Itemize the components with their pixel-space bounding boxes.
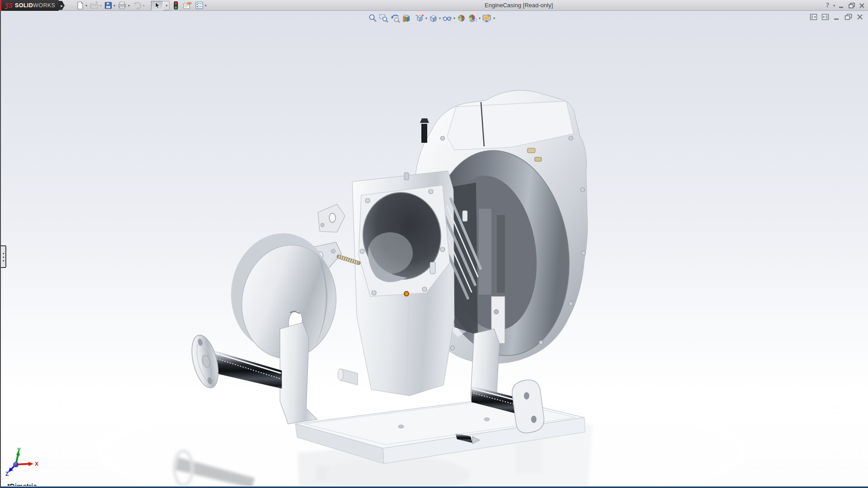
solidworks-logo-icon: ƷS xyxy=(5,2,13,9)
close-document-icon xyxy=(856,14,863,20)
expand-left-arrow-icon: ◂ xyxy=(2,252,4,255)
undo-icon xyxy=(132,1,142,10)
undo-button[interactable]: ▾ xyxy=(132,1,145,10)
graphics-viewport[interactable]: ▾ ▾ ▾ xyxy=(0,11,868,488)
restore-app-button[interactable] xyxy=(848,2,855,9)
minimize-app-button[interactable] xyxy=(838,2,845,9)
apply-scene-icon xyxy=(467,14,478,23)
x-axis-arrow xyxy=(28,462,33,466)
options-button[interactable]: ▾ xyxy=(195,1,207,10)
print-icon xyxy=(118,1,127,10)
hide-show-items-dropdown[interactable]: ▾ xyxy=(453,16,455,20)
menu-flyout-arrow-icon[interactable]: ▶ xyxy=(59,1,65,10)
app-window-controls: ? ▾ xyxy=(826,0,865,11)
zoom-to-fit-button[interactable] xyxy=(368,14,377,23)
save-dropdown[interactable]: ▾ xyxy=(113,4,115,8)
show-left-pane-button[interactable] xyxy=(810,14,817,22)
main-toolbar: ▾ ▾ ▾ xyxy=(76,0,209,11)
show-right-pane-button[interactable] xyxy=(821,14,829,22)
select-tool-dropdown[interactable]: ▾ xyxy=(163,1,170,10)
hide-show-items-icon xyxy=(442,14,453,23)
zoom-to-fit-icon xyxy=(368,14,377,23)
open-document-button[interactable]: ▾ xyxy=(90,1,102,10)
apply-scene-button[interactable]: ▾ xyxy=(467,14,481,23)
reference-triad: Y X Z xyxy=(4,447,42,486)
display-style-dropdown[interactable]: ▾ xyxy=(439,16,441,20)
x-axis-label: X xyxy=(35,461,38,467)
previous-view-button[interactable] xyxy=(390,14,401,23)
options-dropdown[interactable]: ▾ xyxy=(205,4,207,8)
titlebar: ƷS SOLIDWORKS ▶ ▾ ▾ xyxy=(0,0,868,11)
view-orientation-button[interactable]: ▾ xyxy=(415,14,427,23)
restore-document-button[interactable] xyxy=(844,14,852,22)
select-cursor-icon xyxy=(154,2,160,9)
new-document-dropdown[interactable]: ▾ xyxy=(85,4,87,8)
save-button[interactable]: ▾ xyxy=(104,1,115,10)
show-right-pane-icon xyxy=(821,14,829,20)
new-document-button[interactable]: ▾ xyxy=(76,1,87,10)
edit-entity-pad-icon xyxy=(183,1,192,10)
select-tool[interactable]: ▾ xyxy=(151,1,170,10)
view-settings-dropdown[interactable]: ▾ xyxy=(493,16,495,20)
display-style-icon xyxy=(429,14,438,23)
z-axis-label: Z xyxy=(5,471,9,477)
view-orientation-icon xyxy=(415,14,425,23)
zoom-to-area-button[interactable] xyxy=(379,14,389,23)
restore-document-icon xyxy=(844,14,852,20)
display-style-button[interactable]: ▾ xyxy=(429,14,441,23)
close-app-button[interactable] xyxy=(859,2,865,9)
section-view-button[interactable] xyxy=(402,14,411,23)
new-document-icon xyxy=(76,1,85,10)
feature-manager-collapsed-tab[interactable]: ◂ ◂ ◂ xyxy=(1,245,6,268)
apply-scene-dropdown[interactable]: ▾ xyxy=(479,16,481,20)
view-settings-icon xyxy=(482,14,492,23)
restore-icon xyxy=(848,2,855,9)
y-axis-label: Y xyxy=(17,447,21,453)
print-button[interactable]: ▾ xyxy=(118,1,130,10)
assembly-origin-marker[interactable] xyxy=(404,291,409,296)
minimize-icon xyxy=(838,2,845,9)
view-settings-button[interactable]: ▾ xyxy=(482,14,495,23)
minimize-document-icon xyxy=(833,14,840,20)
rebuild-traffic-light-icon xyxy=(173,1,179,10)
section-view-icon xyxy=(402,14,411,23)
hide-show-items-button[interactable]: ▾ xyxy=(442,14,455,23)
zoom-to-area-icon xyxy=(379,14,389,23)
headsup-view-toolbar: ▾ ▾ ▾ xyxy=(368,13,496,23)
save-icon xyxy=(104,1,113,10)
close-icon xyxy=(859,2,865,9)
status-bar-edge xyxy=(1,486,868,488)
help-dropdown[interactable]: ▾ xyxy=(833,4,835,8)
minimize-document-button[interactable] xyxy=(833,14,840,22)
print-dropdown[interactable]: ▾ xyxy=(128,4,130,8)
options-checklist-icon xyxy=(195,1,204,10)
solidworks-logo: ƷS SOLIDWORKS xyxy=(0,0,59,11)
help-button[interactable]: ? xyxy=(826,2,829,9)
previous-view-icon xyxy=(390,14,401,23)
engine-casing-model[interactable] xyxy=(1,11,868,488)
open-document-dropdown[interactable]: ▾ xyxy=(100,4,102,8)
close-document-button[interactable] xyxy=(856,14,863,22)
open-document-icon xyxy=(90,1,99,10)
document-window-controls xyxy=(810,14,863,22)
triad-origin-ball xyxy=(13,462,19,467)
edit-entity-button[interactable] xyxy=(183,1,192,10)
show-left-pane-icon xyxy=(810,14,817,20)
select-cursor-button[interactable] xyxy=(151,1,163,10)
expand-left-arrow-icon: ◂ xyxy=(2,259,4,262)
edit-appearance-icon xyxy=(457,14,466,23)
undo-dropdown[interactable]: ▾ xyxy=(143,4,145,8)
document-title: EngineCasing [Read-only] xyxy=(485,2,553,9)
edit-appearance-button[interactable] xyxy=(457,14,466,23)
expand-left-arrow-icon: ◂ xyxy=(2,255,4,258)
rebuild-button[interactable] xyxy=(173,1,179,10)
view-orientation-dropdown[interactable]: ▾ xyxy=(425,16,427,20)
